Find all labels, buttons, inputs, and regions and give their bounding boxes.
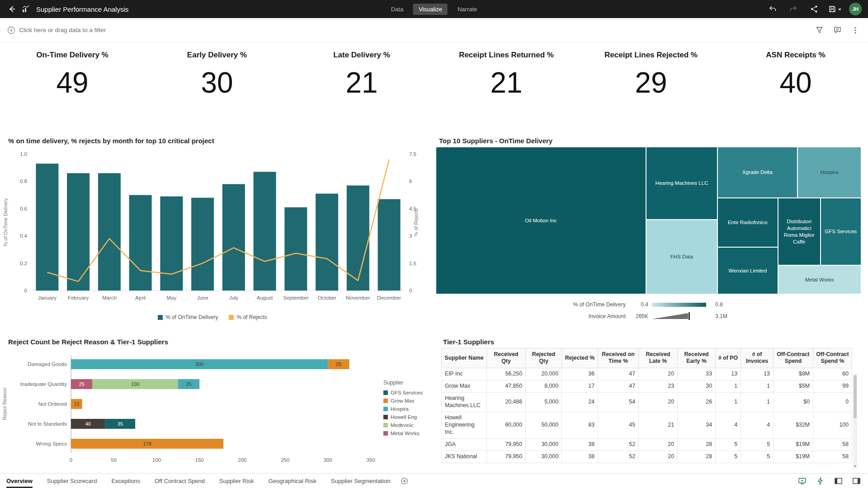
- legend-item-hospira[interactable]: Hospira: [383, 405, 423, 413]
- toggle-right-panel-button[interactable]: [851, 475, 862, 486]
- kpi-tile-on-time-delivery-[interactable]: On-Time Delivery %49: [0, 44, 145, 119]
- reject-count-card[interactable]: Reject Count be Reject Reason & Tier-1 S…: [0, 334, 433, 470]
- save-button[interactable]: [828, 2, 842, 16]
- table-row[interactable]: Grow Max47,8508,0001747233011$5M99: [442, 380, 852, 392]
- share-button[interactable]: [807, 2, 821, 16]
- bar-december[interactable]: [378, 199, 401, 291]
- bar-may[interactable]: [160, 197, 183, 291]
- undo-button[interactable]: [766, 2, 779, 16]
- color-gradient-bar[interactable]: [652, 303, 706, 307]
- treemap-node-xgrade-delta[interactable]: Xgrade Delta: [717, 147, 797, 198]
- treemap-node-hospira[interactable]: Hospira: [797, 147, 861, 198]
- mode-tab-narrate[interactable]: Narrate: [452, 4, 482, 15]
- cell-value: 20: [639, 450, 678, 463]
- legend-label: % of Rejects: [236, 314, 267, 320]
- column-header-rejected-[interactable]: Rejected %: [562, 348, 598, 368]
- size-slider-handle[interactable]: [689, 312, 690, 320]
- table-row[interactable]: Howell Engineering Inc.60,00050,00083452…: [442, 412, 852, 438]
- add-canvas-button[interactable]: [401, 474, 408, 488]
- mode-tab-visualize[interactable]: Visualize: [413, 4, 448, 15]
- scrollbar-thumb[interactable]: [854, 375, 857, 418]
- cell-value: 45: [598, 412, 639, 438]
- kpi-tile-receipt-lines-returned-[interactable]: Receipt Lines Returned %21: [434, 44, 579, 119]
- legend-item--of-rejects[interactable]: % of Rejects: [229, 314, 267, 320]
- comments-button[interactable]: [832, 25, 843, 36]
- mode-tab-data[interactable]: Data: [386, 4, 409, 15]
- column-header-off-contract-spend[interactable]: Off-Contract Spend: [774, 348, 813, 368]
- bar-june[interactable]: [191, 198, 214, 291]
- month-label: September: [283, 295, 308, 300]
- column-header-received-qty[interactable]: Received Qty: [487, 348, 526, 368]
- tier1-table-card[interactable]: Tier-1 Suppliers Supplier NameReceived Q…: [441, 334, 857, 469]
- bar-september[interactable]: [284, 207, 307, 291]
- bar-february[interactable]: [67, 173, 90, 291]
- column-header--of-po[interactable]: # of PO: [716, 348, 741, 368]
- bar-march[interactable]: [98, 173, 121, 291]
- canvas-tab-supplier-segmentation[interactable]: Supplier Segmentation: [331, 474, 391, 488]
- column-header-received-early-[interactable]: Received Early %: [678, 348, 716, 368]
- legend-item-gfs-services[interactable]: GFS Services: [383, 389, 423, 397]
- cell-value: 30,000: [526, 438, 562, 450]
- treemap-node-ente-radiofonico[interactable]: Ente Radiofonico: [717, 198, 778, 247]
- treemap-node-wenxian-limited[interactable]: Wenxian Limited: [717, 247, 778, 294]
- canvas-tab-supplier-risk[interactable]: Supplier Risk: [219, 474, 254, 488]
- column-header-rejected-qty[interactable]: Rejected Qty: [526, 348, 562, 368]
- more-menu-button[interactable]: [850, 25, 861, 36]
- kpi-value: 29: [635, 66, 667, 99]
- present-button[interactable]: [797, 475, 807, 486]
- auto-insights-button[interactable]: [815, 475, 826, 486]
- treemap-node-distributori-automatici-roma-miglior-caffe[interactable]: Distributori Automatici Roma Miglior Caf…: [778, 198, 821, 265]
- legend-item-grow-max[interactable]: Grow Max: [383, 397, 423, 405]
- column-header-supplier-name[interactable]: Supplier Name: [442, 348, 487, 368]
- treemap-node-fhs-data[interactable]: FHS Data: [646, 220, 717, 294]
- combo-chart-card[interactable]: % on time delivery, % rejects by month f…: [0, 133, 425, 328]
- legend-item-howell-eng[interactable]: Howell Eng: [383, 413, 423, 421]
- treemap-node-metal-works[interactable]: Metal Works: [778, 265, 861, 294]
- treemap-node-hearing-machines-llc[interactable]: Hearing Machines LLC: [646, 147, 717, 220]
- avatar[interactable]: JH: [849, 3, 862, 15]
- legend-label: Hospira: [391, 406, 409, 412]
- canvas-tab-off-contract-spend[interactable]: Off Contract Spend: [155, 474, 205, 488]
- legend-item-metal-works[interactable]: Metal Works: [383, 429, 423, 437]
- cell-value: 20,000: [526, 368, 562, 380]
- column-header-off-contract-spend-[interactable]: Off-Contract Spend %: [813, 348, 852, 368]
- kpi-tile-late-delivery-[interactable]: Late Delivery %21: [289, 44, 434, 119]
- bar-april[interactable]: [129, 195, 152, 291]
- legend-item--of-ontime-delivery[interactable]: % of OnTime Delivery: [158, 314, 218, 320]
- cell-value: 100: [813, 412, 852, 438]
- x-axis-tick: 150: [195, 457, 204, 463]
- treemap-node-oil-motion-inc[interactable]: Oil Motion Inc: [436, 147, 646, 294]
- canvas-tab-supplier-scorecard[interactable]: Supplier Scorecard: [47, 474, 97, 488]
- filter-controls-button[interactable]: [814, 25, 825, 36]
- legend-item-medtronic[interactable]: Medtronic: [383, 421, 423, 429]
- tier1-table: Supplier NameReceived QtyRejected QtyRej…: [441, 348, 852, 463]
- back-button[interactable]: [5, 2, 19, 16]
- kpi-tile-early-delivery-[interactable]: Early Delivery %30: [145, 44, 289, 119]
- kpi-tile-receipt-lines-rejected-[interactable]: Receipt Lines Rejected %29: [579, 44, 723, 119]
- column-header-received-late-[interactable]: Received Late %: [639, 348, 678, 368]
- canvas-tab-geographical-risk[interactable]: Geographical Risk: [269, 474, 316, 488]
- scrollbar-down-arrow[interactable]: ▾: [853, 464, 857, 469]
- column-header--of-invoices[interactable]: # of Invoices: [741, 348, 774, 368]
- column-header-received-on-time-[interactable]: Received on Time %: [598, 348, 639, 368]
- treemap-node-label: Wenxian Limited: [728, 267, 767, 274]
- table-row[interactable]: EIP Inc56,25020,000364720331313$8M60: [442, 368, 852, 380]
- cell-value: 60: [813, 368, 852, 380]
- canvas-tab-overview[interactable]: Overview: [6, 474, 33, 488]
- redo-button[interactable]: [787, 2, 800, 16]
- table-row[interactable]: JGA79,95030,0003852202855$19M58: [442, 438, 852, 450]
- bar-august[interactable]: [254, 172, 276, 291]
- filter-bar[interactable]: Click here or drag data to a filter: [0, 18, 868, 42]
- bar-october[interactable]: [316, 194, 338, 291]
- size-legend-wedge[interactable]: [652, 312, 712, 320]
- table-row[interactable]: JKS National79,95030,0003852202855$19M58: [442, 450, 852, 463]
- kpi-tile-asn-receipts-[interactable]: ASN Receipts %40: [723, 44, 868, 119]
- treemap-node-gfs-services[interactable]: GFS Services: [821, 198, 861, 265]
- canvas-tab-exceptions[interactable]: Exceptions: [111, 474, 140, 488]
- treemap-card[interactable]: Top 10 Suppliers - OnTime Delivery Oil M…: [436, 133, 865, 328]
- table-scrollbar[interactable]: ▾: [853, 374, 857, 469]
- bar-july[interactable]: [222, 184, 245, 291]
- bar-january[interactable]: [36, 164, 58, 291]
- toggle-left-panel-button[interactable]: [833, 475, 844, 486]
- table-row[interactable]: Hearing Machines LLC20,4865,000245420261…: [442, 392, 852, 412]
